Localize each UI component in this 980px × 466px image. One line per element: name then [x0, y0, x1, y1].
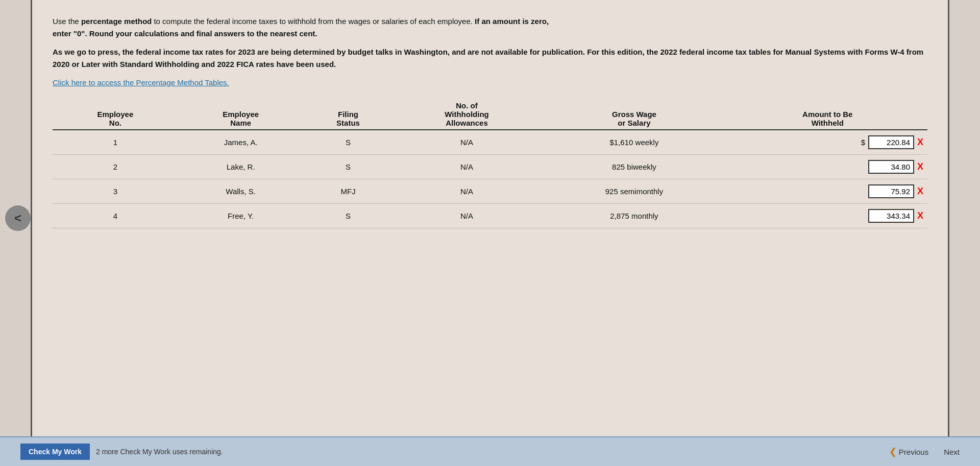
cell-emp-no-1: 2 — [53, 155, 178, 179]
table-row: 2 Lake, R. S N/A 825 biweekly X — [53, 155, 927, 179]
col-no-subheader: No. — [53, 119, 178, 130]
clear-button-3[interactable]: X — [917, 211, 923, 221]
col-employee-no-header: Employee — [53, 99, 178, 119]
cell-emp-name-2: Walls, S. — [178, 179, 304, 204]
footer-right: ❮ Previous Next — [889, 446, 960, 457]
footer-bar: Check My Work 2 more Check My Work uses … — [0, 436, 980, 466]
cell-emp-no-2: 3 — [53, 179, 178, 204]
cell-emp-name-0: James, A. — [178, 130, 304, 155]
previous-button[interactable]: ❮ Previous — [889, 446, 928, 457]
amount-input-3[interactable] — [868, 209, 914, 223]
table-header-row-2: No. Name Status Allowances or Salary Wit… — [53, 119, 927, 130]
employees-table: Employee Employee Filing No. of Withhold… — [53, 99, 927, 228]
left-chevron-icon: < — [14, 211, 21, 225]
amount-input-1[interactable] — [868, 160, 914, 174]
intro-section: Use the percentage method to compute the… — [53, 15, 927, 89]
cell-amount-0: $ X — [728, 130, 928, 155]
col-filing-status-header: Filing — [304, 99, 393, 119]
table-row: 3 Walls, S. MFJ N/A 925 semimonthly X — [53, 179, 927, 204]
cell-amount-2: X — [728, 179, 928, 204]
cell-allowances-0: N/A — [393, 130, 541, 155]
cell-filing-status-3: S — [304, 204, 393, 228]
col-gross-wage-header: Gross Wage — [541, 99, 727, 119]
check-my-work-button[interactable]: Check My Work — [20, 444, 90, 460]
percentage-method-link[interactable]: Click here to access the Percentage Meth… — [53, 77, 927, 89]
cell-filing-status-0: S — [304, 130, 393, 155]
cell-allowances-2: N/A — [393, 179, 541, 204]
cell-emp-no-3: 4 — [53, 204, 178, 228]
cell-wage-0: $1,610 weekly — [541, 130, 727, 155]
cell-wage-3: 2,875 monthly — [541, 204, 727, 228]
col-status-subheader: Status — [304, 119, 393, 130]
cell-filing-status-1: S — [304, 155, 393, 179]
cell-allowances-1: N/A — [393, 155, 541, 179]
clear-button-0[interactable]: X — [917, 137, 923, 148]
col-withheld-subheader: Withheld — [728, 119, 928, 130]
dollar-sign: $ — [861, 138, 865, 147]
intro-para-1: Use the percentage method to compute the… — [53, 15, 927, 40]
left-nav-arrow[interactable]: < — [5, 205, 31, 231]
amount-input-2[interactable] — [868, 184, 914, 198]
cell-allowances-3: N/A — [393, 204, 541, 228]
clear-button-1[interactable]: X — [917, 161, 923, 172]
previous-label: Previous — [899, 448, 928, 456]
cell-wage-1: 825 biweekly — [541, 155, 727, 179]
cell-wage-2: 925 semimonthly — [541, 179, 727, 204]
col-amount-withheld-header: Amount to Be — [728, 99, 928, 119]
cell-emp-name-1: Lake, R. — [178, 155, 304, 179]
previous-chevron-icon: ❮ — [889, 446, 897, 457]
col-employee-name-header: Employee — [178, 99, 304, 119]
table-row: 1 James, A. S N/A $1,610 weekly $ X — [53, 130, 927, 155]
footer-left: Check My Work 2 more Check My Work uses … — [20, 444, 223, 460]
intro-para-2: As we go to press, the federal income ta… — [53, 46, 927, 71]
remaining-uses-text: 2 more Check My Work uses remaining. — [96, 448, 223, 456]
amount-input-0[interactable] — [868, 135, 914, 149]
cell-amount-1: X — [728, 155, 928, 179]
clear-button-2[interactable]: X — [917, 186, 923, 197]
next-label: Next — [944, 448, 960, 456]
next-button[interactable]: Next — [944, 448, 960, 456]
cell-filing-status-2: MFJ — [304, 179, 393, 204]
col-allowances-subheader: Allowances — [393, 119, 541, 130]
data-table-wrapper: Employee Employee Filing No. of Withhold… — [53, 99, 927, 228]
col-withholding-allowances-header: No. of Withholding — [393, 99, 541, 119]
col-salary-subheader: or Salary — [541, 119, 727, 130]
cell-amount-3: X — [728, 204, 928, 228]
table-header-row-1: Employee Employee Filing No. of Withhold… — [53, 99, 927, 119]
col-name-subheader: Name — [178, 119, 304, 130]
cell-emp-no-0: 1 — [53, 130, 178, 155]
cell-emp-name-3: Free, Y. — [178, 204, 304, 228]
table-row: 4 Free, Y. S N/A 2,875 monthly X — [53, 204, 927, 228]
